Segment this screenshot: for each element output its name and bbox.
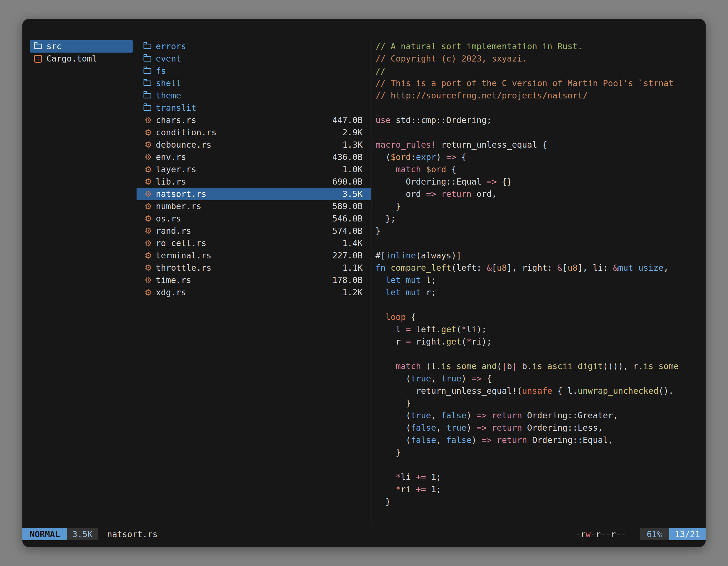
- code-line: // http://sourcefrog.net/projects/natsor…: [375, 90, 706, 102]
- code-line: #[inline(always)]: [375, 250, 706, 262]
- file-name: time.rs: [156, 274, 191, 286]
- item-label: src: [46, 40, 62, 53]
- file-row[interactable]: ⚙number.rs589.0B: [137, 200, 371, 213]
- folder-icon: [144, 81, 151, 86]
- code-line: let mut r;: [375, 286, 706, 299]
- file-row[interactable]: ⚙xdg.rs1.2K: [137, 286, 371, 299]
- code-line: Ordering::Equal => {}: [375, 176, 706, 188]
- file-name: debounce.rs: [156, 139, 212, 151]
- item-label: Cargo.toml: [46, 53, 97, 65]
- file-size: 546.0B: [332, 213, 363, 225]
- pane-divider: [372, 39, 372, 526]
- file-name: throttle.rs: [156, 262, 212, 274]
- permissions-text: -rw-r--r--: [576, 529, 626, 539]
- file-name: theme: [156, 90, 181, 102]
- file-row[interactable]: ⚙terminal.rs227.0B: [137, 250, 371, 262]
- folder-icon: [144, 93, 151, 98]
- code-line: loop {: [375, 311, 706, 323]
- file-size: 3.5K: [342, 188, 363, 200]
- file-row[interactable]: ⚙rand.rs574.0B: [137, 225, 371, 237]
- code-line: };: [375, 213, 706, 225]
- file-name: condition.rs: [156, 126, 217, 139]
- file-name: number.rs: [156, 200, 201, 213]
- code-line: match $ord {: [375, 163, 706, 176]
- file-name: lib.rs: [156, 176, 186, 188]
- rust-file-icon: ⚙: [144, 213, 153, 225]
- mode-badge: NORMAL: [22, 528, 67, 540]
- rust-file-icon: ⚙: [144, 188, 153, 200]
- scroll-percent-badge: 61%: [640, 528, 669, 540]
- code-line: r = right.get(*ri);: [375, 335, 706, 348]
- code-line: (false, true) => return Ordering::Less,: [375, 422, 706, 434]
- file-name: chars.rs: [156, 114, 196, 126]
- parent-item[interactable]: TCargo.toml: [30, 53, 133, 65]
- code-line: macro_rules! return_unless_equal {: [375, 139, 706, 151]
- file-size: 1.0K: [342, 163, 363, 176]
- rust-file-icon: ⚙: [144, 200, 153, 213]
- file-size: 1.3K: [342, 139, 363, 151]
- file-size-badge: 3.5K: [67, 528, 97, 540]
- file-name: event: [156, 53, 181, 65]
- parent-item[interactable]: src: [30, 40, 133, 53]
- code-line: [375, 299, 706, 311]
- file-row[interactable]: translit: [137, 102, 371, 114]
- code-line: [375, 459, 706, 471]
- file-size: 2.9K: [342, 126, 363, 139]
- code-line: (false, false) => return Ordering::Equal…: [375, 434, 706, 446]
- file-size: 690.0B: [332, 176, 363, 188]
- file-name: fs: [156, 65, 166, 77]
- code-line: (true, true) => {: [375, 372, 706, 385]
- status-filename: natsort.rs: [107, 529, 158, 539]
- rust-file-icon: ⚙: [144, 114, 153, 126]
- file-row[interactable]: ⚙time.rs178.0B: [137, 274, 371, 286]
- code-line: [375, 237, 706, 250]
- cursor-position-badge: 13/21: [669, 528, 706, 540]
- file-row[interactable]: ⚙natsort.rs3.5K: [137, 188, 371, 200]
- file-size: 574.0B: [332, 225, 363, 237]
- folder-icon: [144, 44, 151, 49]
- code-line: }: [375, 225, 706, 237]
- code-line: fn compare_left(left: &[u8], right: &[u8…: [375, 262, 706, 274]
- current-pane: errorseventfsshellthemetranslit⚙chars.rs…: [137, 40, 371, 299]
- file-row[interactable]: ⚙chars.rs447.0B: [137, 114, 371, 126]
- file-row[interactable]: ⚙debounce.rs1.3K: [137, 139, 371, 151]
- code-line: [375, 102, 706, 114]
- status-bar: NORMAL 3.5K natsort.rs -rw-r--r-- 61% 13…: [22, 528, 706, 540]
- folder-icon: [34, 44, 42, 49]
- code-line: [375, 126, 706, 139]
- rust-file-icon: ⚙: [144, 225, 153, 237]
- code-line: }: [375, 397, 706, 409]
- code-line: }: [375, 200, 706, 213]
- rust-file-icon: ⚙: [144, 139, 153, 151]
- code-line: ($ord:expr) => {: [375, 151, 706, 163]
- file-size: 436.0B: [332, 151, 363, 163]
- file-row[interactable]: shell: [137, 77, 371, 90]
- file-row[interactable]: ⚙os.rs546.0B: [137, 213, 371, 225]
- file-row[interactable]: ⚙condition.rs2.9K: [137, 126, 371, 139]
- file-row[interactable]: ⚙throttle.rs1.1K: [137, 262, 371, 274]
- file-size: 447.0B: [332, 114, 363, 126]
- parent-pane: srcTCargo.toml: [30, 40, 133, 65]
- folder-icon: [144, 105, 151, 111]
- file-row[interactable]: event: [137, 53, 371, 65]
- file-row[interactable]: ⚙ro_cell.rs1.4K: [137, 237, 371, 250]
- file-row[interactable]: errors: [137, 40, 371, 53]
- file-name: shell: [156, 77, 181, 90]
- code-line: //: [375, 65, 706, 77]
- code-line: [375, 348, 706, 360]
- file-size: 178.0B: [332, 274, 363, 286]
- file-size: 1.2K: [342, 286, 363, 299]
- file-name: xdg.rs: [156, 286, 186, 299]
- code-line: (true, false) => return Ordering::Greate…: [375, 409, 706, 422]
- code-line: ord => return ord,: [375, 188, 706, 200]
- file-row[interactable]: theme: [137, 90, 371, 102]
- file-row[interactable]: ⚙env.rs436.0B: [137, 151, 371, 163]
- rust-file-icon: ⚙: [144, 250, 153, 262]
- rust-file-icon: ⚙: [144, 151, 153, 163]
- file-size: 1.1K: [342, 262, 363, 274]
- file-row[interactable]: fs: [137, 65, 371, 77]
- code-line: }: [375, 495, 706, 508]
- file-row[interactable]: ⚙layer.rs1.0K: [137, 163, 371, 176]
- folder-icon: [144, 56, 151, 62]
- file-row[interactable]: ⚙lib.rs690.0B: [137, 176, 371, 188]
